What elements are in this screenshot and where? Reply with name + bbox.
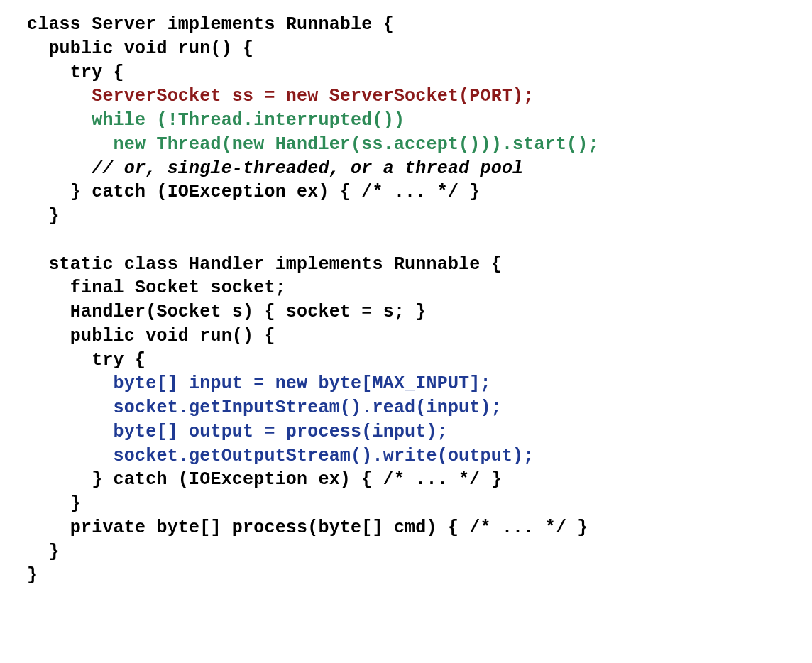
code-line: static class Handler implements Runnable… xyxy=(27,254,502,275)
code-line: byte[] output = process(input); xyxy=(27,422,448,442)
code-line: } xyxy=(27,206,60,226)
code-line: } catch (IOException ex) { /* ... */ } xyxy=(27,182,481,202)
code-line: while (!Thread.interrupted()) xyxy=(27,110,405,131)
code-line: new Thread(new Handler(ss.accept())).sta… xyxy=(27,134,599,155)
code-line: ServerSocket ss = new ServerSocket(PORT)… xyxy=(27,86,534,106)
code-comment: // or, single-threaded, or a thread pool xyxy=(27,158,523,179)
code-line: } catch (IOException ex) { /* ... */ } xyxy=(27,469,502,490)
code-line: final Socket socket; xyxy=(27,278,286,298)
code-line: public void run() { xyxy=(27,326,275,346)
code-line: class Server implements Runnable { xyxy=(27,14,394,35)
code-line: socket.getInputStream().read(input); xyxy=(27,398,502,418)
code-line: socket.getOutputStream().write(output); xyxy=(27,446,534,466)
code-line: private byte[] process(byte[] cmd) { /* … xyxy=(27,517,588,538)
code-line: byte[] input = new byte[MAX_INPUT]; xyxy=(27,373,491,394)
code-line: } xyxy=(27,493,81,514)
code-line: } xyxy=(27,542,60,562)
code-line: Handler(Socket s) { socket = s; } xyxy=(27,302,427,322)
code-line: public void run() { xyxy=(27,38,253,59)
code-line: try { xyxy=(27,350,146,371)
code-snippet: class Server implements Runnable { publi… xyxy=(0,0,812,609)
code-line: } xyxy=(27,565,38,586)
code-line: try { xyxy=(27,62,124,83)
